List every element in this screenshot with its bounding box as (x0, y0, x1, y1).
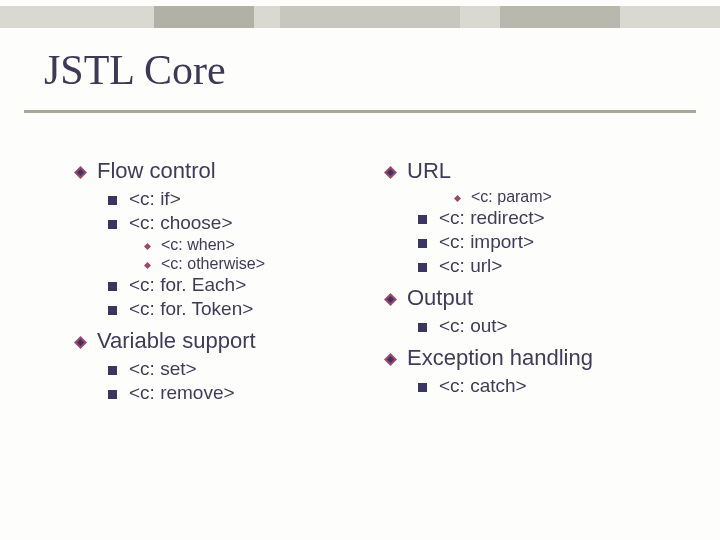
diamond-icon (74, 336, 87, 349)
list-item-label: <c: import> (439, 231, 534, 253)
list-item-label: <c: set> (129, 358, 197, 380)
list-item-label: <c: out> (439, 315, 508, 337)
list-item: <c: import> (418, 231, 664, 253)
square-icon (108, 390, 117, 399)
header-decoration (0, 6, 720, 28)
list-item: <c: url> (418, 255, 664, 277)
list-item-label: <c: url> (439, 255, 502, 277)
list-item: <c: remove> (108, 382, 384, 404)
svg-marker-8 (454, 195, 461, 202)
content-area: Flow control <c: if> <c: choose> <c: whe… (74, 158, 664, 406)
section-heading-label: Exception handling (407, 345, 593, 371)
square-icon (108, 366, 117, 375)
list-item-label: <c: choose> (129, 212, 233, 234)
section-heading-output: Output (384, 285, 664, 311)
list-subitem: <c: otherwise> (144, 255, 384, 273)
title-underline (24, 110, 696, 113)
list-item: <c: choose> (108, 212, 384, 234)
square-icon (108, 220, 117, 229)
square-icon (418, 383, 427, 392)
square-icon (108, 282, 117, 291)
section-heading-label: Flow control (97, 158, 216, 184)
list-item: <c: if> (108, 188, 384, 210)
section-heading-flow-control: Flow control (74, 158, 384, 184)
list-item: <c: out> (418, 315, 664, 337)
list-item-label: <c: for. Each> (129, 274, 246, 296)
list-item: <c: catch> (418, 375, 664, 397)
dot-icon (144, 243, 151, 250)
list-item-label: <c: catch> (439, 375, 527, 397)
square-icon (418, 215, 427, 224)
section-heading-exception-handling: Exception handling (384, 345, 664, 371)
right-column: URL <c: param> <c: redirect> <c: import>… (384, 158, 664, 406)
section-heading-url: URL (384, 158, 664, 184)
list-item-label: <c: redirect> (439, 207, 545, 229)
section-heading-label: URL (407, 158, 451, 184)
list-item: <c: redirect> (418, 207, 664, 229)
list-subitem: <c: when> (144, 236, 384, 254)
slide-title: JSTL Core (44, 46, 226, 94)
diamond-icon (74, 166, 87, 179)
square-icon (108, 306, 117, 315)
square-icon (418, 323, 427, 332)
list-item: <c: for. Each> (108, 274, 384, 296)
list-subitem-label: <c: when> (161, 236, 235, 254)
diamond-icon (384, 353, 397, 366)
dot-icon (454, 195, 461, 202)
list-item: <c: set> (108, 358, 384, 380)
square-icon (108, 196, 117, 205)
svg-marker-3 (144, 262, 151, 269)
section-heading-label: Variable support (97, 328, 256, 354)
diamond-icon (384, 166, 397, 179)
square-icon (418, 263, 427, 272)
dot-icon (144, 262, 151, 269)
slide: JSTL Core Flow control <c: if> <c: choos… (0, 0, 720, 540)
list-item: <c: for. Token> (108, 298, 384, 320)
section-heading-variable-support: Variable support (74, 328, 384, 354)
list-subitem-label: <c: param> (471, 188, 552, 206)
list-item-label: <c: remove> (129, 382, 235, 404)
left-column: Flow control <c: if> <c: choose> <c: whe… (74, 158, 384, 406)
square-icon (418, 239, 427, 248)
diamond-icon (384, 293, 397, 306)
list-item-label: <c: for. Token> (129, 298, 253, 320)
section-heading-label: Output (407, 285, 473, 311)
list-item-label: <c: if> (129, 188, 181, 210)
list-subitem: <c: param> (454, 188, 664, 206)
list-subitem-label: <c: otherwise> (161, 255, 265, 273)
svg-marker-2 (144, 243, 151, 250)
